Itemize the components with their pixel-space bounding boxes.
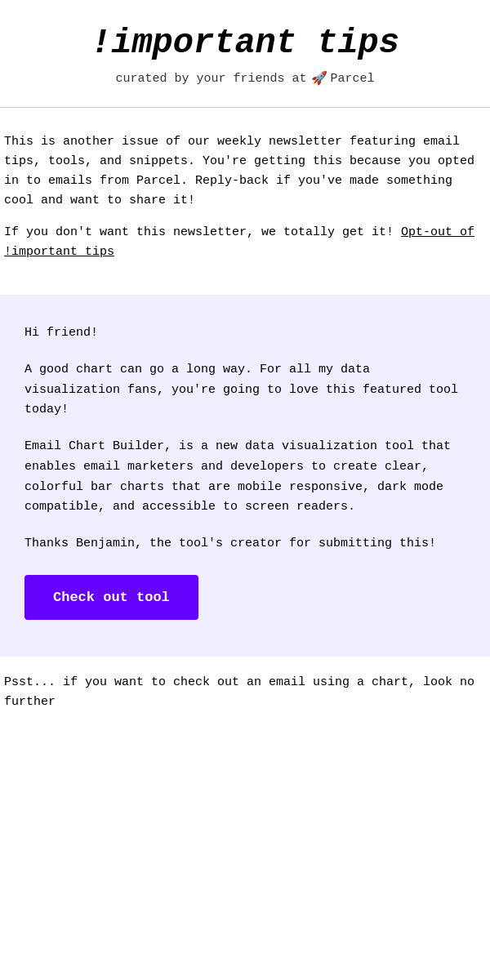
parcel-logo: 🚀 Parcel xyxy=(311,70,375,87)
content-greeting: Hi friend! xyxy=(24,323,466,344)
subtitle-text: curated by your friends at xyxy=(115,72,306,86)
psst-section: Psst... if you want to check out an emai… xyxy=(0,657,490,712)
intro-paragraph-2: If you don't want this newsletter, we to… xyxy=(4,223,486,262)
page-title: !important tips xyxy=(16,24,474,62)
parcel-label: Parcel xyxy=(331,72,375,86)
intro-section: This is another issue of our weekly news… xyxy=(0,116,490,291)
parcel-icon: 🚀 xyxy=(311,70,327,87)
content-section: Hi friend! A good chart can go a long wa… xyxy=(0,295,490,657)
header-subtitle: curated by your friends at 🚀 Parcel xyxy=(16,70,474,87)
psst-text: Psst... if you want to check out an emai… xyxy=(4,673,486,712)
content-body-1: A good chart can go a long way. For all … xyxy=(24,360,466,421)
intro-paragraph-1: This is another issue of our weekly news… xyxy=(4,132,486,211)
check-out-tool-button[interactable]: Check out tool xyxy=(24,575,198,620)
content-body-3: Thanks Benjamin, the tool's creator for … xyxy=(24,534,466,555)
intro-paragraph-2-text: If you don't want this newsletter, we to… xyxy=(4,225,394,239)
header-divider xyxy=(0,107,490,108)
header: !important tips curated by your friends … xyxy=(0,0,490,99)
content-body-2: Email Chart Builder, is a new data visua… xyxy=(24,437,466,518)
